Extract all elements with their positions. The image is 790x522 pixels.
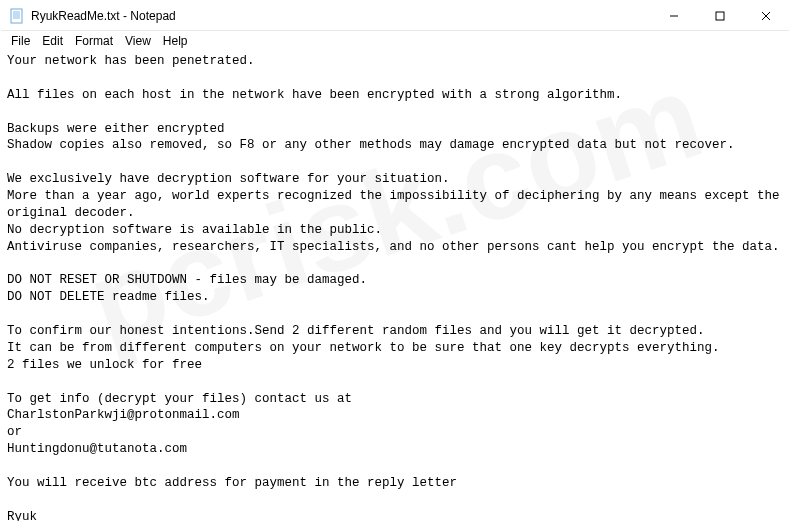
window-controls <box>651 1 789 30</box>
minimize-button[interactable] <box>651 1 697 31</box>
titlebar: RyukReadMe.txt - Notepad <box>1 1 789 31</box>
maximize-button[interactable] <box>697 1 743 31</box>
menu-format[interactable]: Format <box>69 33 119 49</box>
menubar: File Edit Format View Help <box>1 31 789 51</box>
menu-help[interactable]: Help <box>157 33 194 49</box>
notepad-window: RyukReadMe.txt - Notepad File Edit Forma… <box>0 0 790 522</box>
menu-file[interactable]: File <box>5 33 36 49</box>
menu-view[interactable]: View <box>119 33 157 49</box>
text-area[interactable]: Your network has been penetrated. All fi… <box>1 51 789 521</box>
window-title: RyukReadMe.txt - Notepad <box>31 9 651 23</box>
menu-edit[interactable]: Edit <box>36 33 69 49</box>
notepad-icon <box>9 8 25 24</box>
svg-rect-6 <box>716 12 724 20</box>
close-button[interactable] <box>743 1 789 31</box>
